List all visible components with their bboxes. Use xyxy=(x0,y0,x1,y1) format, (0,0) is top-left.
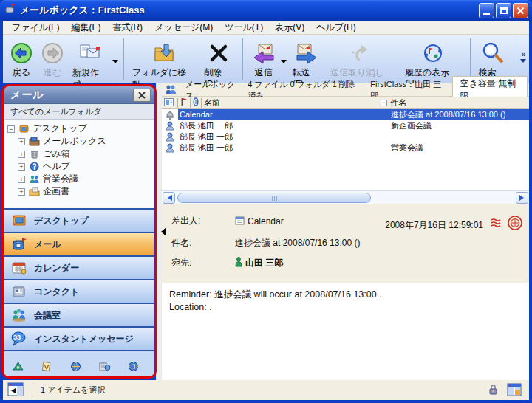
tree-item-label: 営業会議 xyxy=(43,173,78,185)
tree-item-trash[interactable]: + ごみ箱 xyxy=(7,148,154,160)
message-row[interactable]: 部長 池田 一郎 xyxy=(162,131,529,142)
recipient-person-icon xyxy=(235,257,242,269)
reminder-bell-icon xyxy=(162,110,178,120)
new-message-icon xyxy=(78,40,102,66)
subject-value: 進捗会議 at 2008/07/16 13:00 () xyxy=(235,237,360,249)
expand-expander-icon[interactable]: + xyxy=(18,163,25,170)
reply-button[interactable]: 返信 xyxy=(247,38,281,81)
mail-sidebar-panel: メール すべてのメールフォルダ − デスクトップ + メールボックス xyxy=(4,86,154,376)
move-to-folder-icon xyxy=(152,40,176,66)
expand-expander-icon[interactable]: + xyxy=(18,151,25,158)
tree-item-help[interactable]: + ヘルプ xyxy=(7,160,154,173)
nav-mail-button[interactable]: メール xyxy=(4,233,154,257)
nav-calendar-button[interactable]: カレンダー xyxy=(4,257,154,280)
from-label: 差出人: xyxy=(171,215,235,227)
nav-instant-message-button[interactable]: 33 インスタントメッセージ xyxy=(4,328,154,351)
tree-item-sales-meeting[interactable]: + 営業会議 xyxy=(7,173,154,185)
from-value[interactable]: Calendar xyxy=(248,216,284,227)
tree-item-mailbox[interactable]: + メールボックス xyxy=(7,135,154,148)
split-view-icon[interactable] xyxy=(507,383,522,398)
message-row[interactable]: Calendar 進捗会議 at 2008/07/16 13:00 () xyxy=(162,109,529,120)
menu-message[interactable]: メッセージ(M) xyxy=(149,21,219,35)
forward-button[interactable]: 進む xyxy=(37,38,68,81)
community-icon[interactable] xyxy=(12,361,24,372)
panel-collapse-handle-icon[interactable] xyxy=(157,227,166,236)
web-folder-icon[interactable] xyxy=(69,361,82,372)
scroll-left-icon xyxy=(165,195,172,201)
message-sender: 部長 池田 一郎 xyxy=(178,142,387,154)
to-label: 宛先: xyxy=(171,257,235,269)
instant-message-icon: 33 xyxy=(10,331,28,346)
mailbox-info-bar: メールボックス 4 ファイル 0 フォルダ 1 削除済み FirstClass：… xyxy=(162,83,529,97)
subject-label: 件名: xyxy=(171,237,235,249)
overflow-dropdown-icon xyxy=(520,59,526,66)
toolbar-separator xyxy=(123,38,124,80)
scrollbar-thumb[interactable] xyxy=(177,193,371,203)
sidebar-close-button[interactable] xyxy=(133,89,151,102)
tree-item-desktop[interactable]: − デスクトップ xyxy=(7,123,154,135)
lock-icon xyxy=(488,384,498,396)
nav-desktop-button[interactable]: デスクトップ xyxy=(4,210,154,233)
reply-dropdown-icon[interactable] xyxy=(281,60,287,66)
collapse-expander-icon[interactable]: − xyxy=(7,125,15,133)
toolbar-overflow-button[interactable]: » xyxy=(520,51,526,66)
menu-view[interactable]: 表示(V) xyxy=(269,21,310,35)
toolbar-separator xyxy=(470,38,471,80)
internet-icon[interactable] xyxy=(127,361,140,372)
express-stamp-icon xyxy=(491,215,525,233)
news-icon[interactable] xyxy=(98,361,111,372)
tree-item-label: ヘルプ xyxy=(43,160,70,173)
minimize-button[interactable] xyxy=(479,3,494,18)
back-label: 戻る xyxy=(13,66,30,79)
to-value[interactable]: 山田 三郎 xyxy=(245,257,283,269)
new-message-button[interactable]: 新規作成 xyxy=(68,38,112,94)
directory-icon[interactable] xyxy=(41,361,53,372)
forward-mail-icon xyxy=(294,40,319,66)
message-date: 2008年7月16日 12:59:01 xyxy=(385,219,483,232)
message-row[interactable]: 部長 池田 一郎 営業会議 xyxy=(162,142,529,154)
expand-expander-icon[interactable]: + xyxy=(18,138,25,145)
menu-edit[interactable]: 編集(E) xyxy=(65,21,106,35)
tree-item-label: ごみ箱 xyxy=(43,148,70,160)
maximize-button[interactable] xyxy=(496,3,511,18)
mailbox-content: メールボックス 4 ファイル 0 フォルダ 1 削除済み FirstClass：… xyxy=(162,83,529,380)
sidebar-header: メール xyxy=(4,86,154,104)
expand-expander-icon[interactable]: + xyxy=(18,176,25,183)
flag-column-icon[interactable] xyxy=(180,97,188,108)
desktop-icon xyxy=(18,124,30,134)
menu-file[interactable]: ファイル(F) xyxy=(6,21,65,35)
nav-label: インスタントメッセージ xyxy=(34,333,134,345)
folder-tree: − デスクトップ + メールボックス + ごみ箱 xyxy=(4,120,154,202)
unsend-icon xyxy=(349,40,376,66)
nav-conferences-button[interactable]: 会議室 xyxy=(4,304,154,328)
sidebar-title: メール xyxy=(10,89,133,102)
subject-collapse-icon[interactable]: − xyxy=(381,100,387,106)
sidebar-footer xyxy=(4,351,154,376)
back-button[interactable]: 戻る xyxy=(6,38,37,81)
message-sender: 部長 池田 一郎 xyxy=(178,131,387,142)
scroll-right-button[interactable] xyxy=(516,192,528,204)
close-button[interactable] xyxy=(513,3,528,18)
scroll-left-button[interactable] xyxy=(163,192,175,204)
name-column-header[interactable]: 名前 xyxy=(204,97,220,108)
body-line: Reminder: 進捗会議 will occur at 2008/07/16 … xyxy=(169,289,525,301)
tree-item-proposal[interactable]: + 企画書 xyxy=(7,185,154,198)
message-subject: 進捗会議 at 2008/07/16 13:00 () xyxy=(387,109,529,120)
message-row[interactable]: 部長 池田 一郎 新企画会議 xyxy=(162,120,529,131)
tree-item-label: デスクトップ xyxy=(33,123,87,135)
subject-column-header[interactable]: 件名 xyxy=(390,97,406,108)
nav-contacts-button[interactable]: コンタクト xyxy=(4,280,154,304)
menu-help[interactable]: ヘルプ(H) xyxy=(310,21,362,35)
history-icon xyxy=(421,40,445,66)
attachment-column-icon[interactable] xyxy=(193,97,199,108)
body-line: Location: . xyxy=(169,301,525,314)
menu-format[interactable]: 書式(R) xyxy=(106,21,149,35)
scrollbar-track[interactable] xyxy=(176,192,515,204)
menu-tools[interactable]: ツール(T) xyxy=(219,21,269,35)
tree-spacer xyxy=(4,202,154,210)
new-message-dropdown-icon[interactable] xyxy=(112,60,118,66)
expand-expander-icon[interactable]: + xyxy=(18,188,25,196)
toggle-panel-icon[interactable] xyxy=(7,382,24,398)
desktop-icon xyxy=(10,213,28,228)
message-type-column-icon[interactable] xyxy=(164,98,174,108)
